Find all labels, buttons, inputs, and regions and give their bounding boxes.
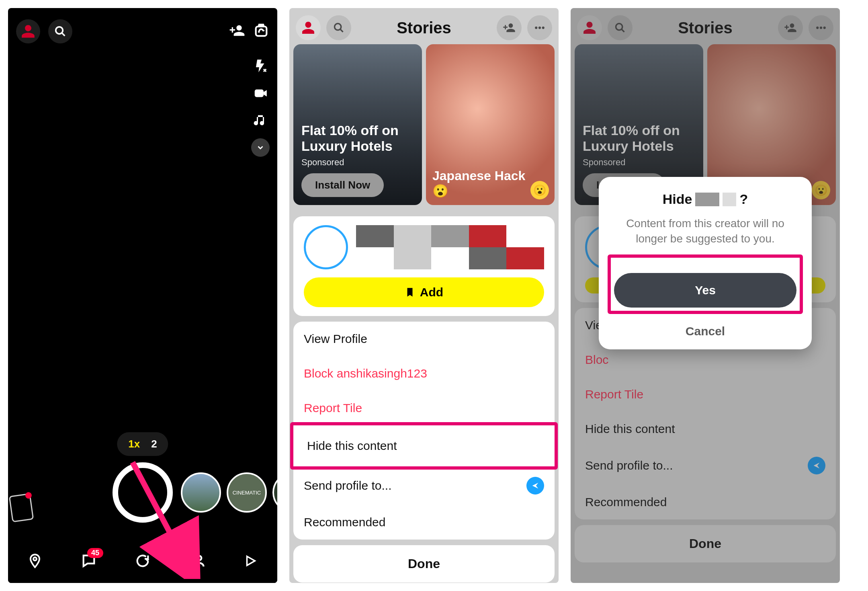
recommended-item[interactable]: Recommended (293, 505, 555, 540)
svg-line-1 (62, 33, 65, 36)
svg-point-0 (56, 27, 63, 34)
install-now-button[interactable]: Install Now (301, 173, 384, 197)
search-button[interactable] (48, 19, 72, 43)
action-sheet: Add View Profile Block anshikasingh123 R… (293, 216, 555, 583)
svg-point-7 (33, 557, 37, 560)
profile-card: Add (293, 216, 555, 316)
zoom-1x[interactable]: 1x (128, 438, 140, 450)
hide-content-item[interactable]: Hide this content (297, 429, 551, 463)
retake-icon[interactable] (132, 550, 153, 571)
view-profile-item[interactable]: View Profile (293, 322, 555, 356)
shutter-button[interactable] (113, 462, 173, 523)
story-tile-hack[interactable]: Japanese Hack 😮 😮 (426, 44, 555, 205)
page-title: Stories (397, 19, 451, 37)
camera-top-bar (8, 8, 277, 47)
flash-icon[interactable] (251, 56, 270, 76)
svg-point-8 (192, 556, 196, 560)
lens-thumb-2[interactable]: CINEMATIC (227, 472, 267, 513)
svg-point-13 (535, 27, 537, 29)
lens-carousel[interactable]: CINEMATIC (181, 472, 277, 513)
lens-thumb-3[interactable] (272, 472, 277, 513)
block-user-item[interactable]: Block anshikasingh123 (293, 356, 555, 391)
svg-rect-2 (256, 27, 267, 36)
zoom-selector[interactable]: 1x 2 (117, 432, 168, 456)
add-clip-icon[interactable] (251, 84, 270, 103)
chat-badge: 45 (87, 548, 103, 558)
avatar-ring[interactable] (304, 225, 348, 269)
camera-side-tools (251, 56, 270, 157)
profile-button[interactable] (296, 15, 321, 40)
yes-button[interactable]: Yes (614, 273, 796, 308)
chat-icon[interactable]: 45 (78, 550, 99, 571)
dialog-title: Hide ? (611, 191, 800, 207)
map-icon[interactable] (25, 550, 45, 571)
bottom-nav: 45 (8, 539, 277, 583)
lens-thumb-1[interactable] (181, 472, 221, 513)
cancel-button[interactable]: Cancel (611, 324, 800, 338)
story-tiles-row: Flat 10% off on Luxury Hotels Sponsored … (289, 44, 559, 205)
friends-icon[interactable] (186, 550, 207, 571)
add-friend-button[interactable] (497, 15, 522, 40)
annotation-highlight: Hide this content (290, 422, 558, 470)
svg-point-11 (335, 24, 341, 30)
svg-point-15 (542, 27, 545, 29)
more-button[interactable] (527, 15, 552, 40)
svg-rect-6 (256, 92, 260, 94)
redacted-name (356, 225, 544, 269)
zoom-2x[interactable]: 2 (151, 438, 157, 450)
add-friend-icon[interactable] (229, 23, 245, 40)
expand-tools-icon[interactable] (251, 138, 270, 157)
stories-screen-confirm: Stories Flat 10% off on Luxury Hotels Sp… (571, 8, 840, 583)
dialog-body: Content from this creator will no longer… (611, 216, 800, 246)
flip-camera-icon[interactable] (253, 23, 269, 40)
add-button[interactable]: Add (304, 277, 544, 307)
memories-button[interactable] (9, 493, 34, 523)
profile-button[interactable] (16, 19, 40, 43)
stories-screen-sheet: Stories Flat 10% off on Luxury Hotels Sp… (289, 8, 559, 583)
context-menu: View Profile Block anshikasingh123 Repor… (293, 322, 555, 540)
send-profile-item[interactable]: Send profile to... (293, 466, 555, 505)
done-button[interactable]: Done (293, 545, 555, 583)
report-tile-item[interactable]: Report Tile (293, 391, 555, 425)
stories-header: Stories (289, 8, 559, 44)
bookmark-icon (405, 287, 415, 298)
svg-line-12 (340, 29, 343, 32)
annotation-highlight: Yes (608, 254, 803, 314)
svg-point-14 (538, 27, 541, 29)
search-button[interactable] (326, 15, 351, 40)
play-icon[interactable] (240, 550, 261, 571)
send-icon (526, 477, 544, 495)
confirm-hide-dialog: Hide ? Content from this creator will no… (599, 177, 812, 349)
svg-point-9 (197, 556, 202, 560)
emoji-badge: 😮 (530, 181, 549, 199)
camera-screen: 1x 2 CINEMATIC 45 (8, 8, 277, 583)
music-icon[interactable] (251, 111, 270, 130)
story-tile-hotel[interactable]: Flat 10% off on Luxury Hotels Sponsored … (293, 44, 422, 205)
